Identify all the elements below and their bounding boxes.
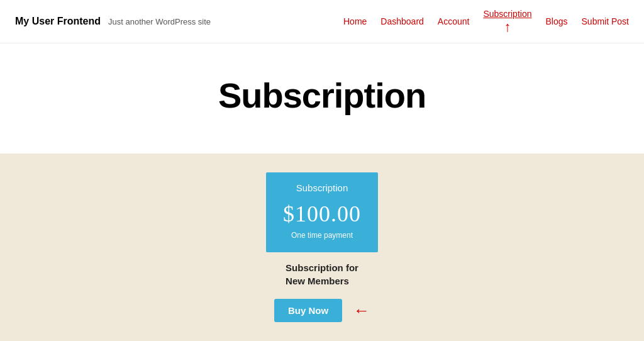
card-description-line1: Subscription for	[286, 262, 358, 273]
buy-now-button[interactable]: Buy Now	[274, 299, 342, 322]
nav-subscription-container: Subscription ↑	[483, 9, 531, 34]
hero-section: Subscription	[0, 43, 644, 154]
nav-dashboard[interactable]: Dashboard	[380, 16, 424, 26]
main-nav: Home Dashboard Account Subscription ↑ Bl…	[343, 9, 629, 34]
card-price: $100.00	[274, 201, 370, 227]
card-description: Subscription for New Members	[284, 261, 360, 288]
card-description-line2: New Members	[286, 276, 349, 286]
site-title: My User Frontend	[15, 16, 101, 27]
page-title: Subscription	[0, 75, 644, 116]
header-left: My User Frontend Just another WordPress …	[15, 16, 211, 27]
card-price-note: One time payment	[274, 231, 370, 240]
nav-subscription[interactable]: Subscription	[483, 9, 531, 19]
nav-up-arrow: ↑	[504, 20, 511, 34]
nav-home[interactable]: Home	[343, 16, 367, 26]
card-title: Subscription	[274, 182, 370, 193]
buy-now-row: Buy Now ←	[274, 299, 370, 322]
subscription-card-wrapper: Subscription $100.00 One time payment Su…	[265, 172, 379, 322]
nav-blogs[interactable]: Blogs	[545, 16, 567, 26]
site-header: My User Frontend Just another WordPress …	[0, 0, 644, 43]
subscription-section: Subscription $100.00 One time payment Su…	[0, 154, 644, 341]
subscription-card: Subscription $100.00 One time payment	[266, 172, 378, 252]
site-tagline: Just another WordPress site	[108, 17, 211, 26]
nav-account[interactable]: Account	[438, 16, 470, 26]
buy-left-arrow: ←	[353, 303, 370, 319]
nav-submit-post[interactable]: Submit Post	[582, 16, 629, 26]
